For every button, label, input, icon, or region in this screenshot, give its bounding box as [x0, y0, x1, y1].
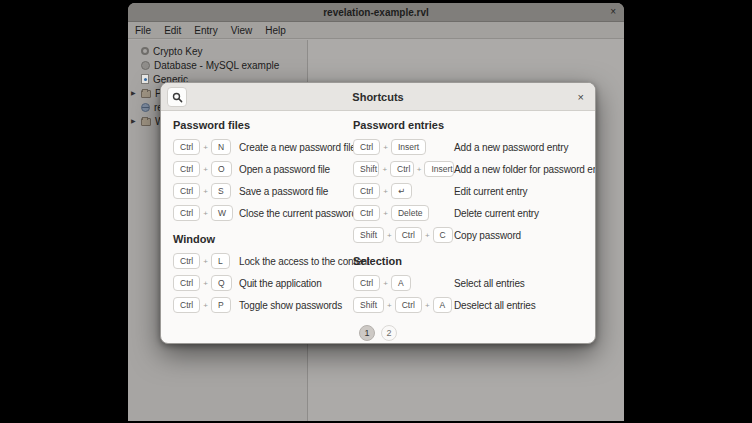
- keycap: L: [211, 253, 230, 270]
- plus-separator: +: [387, 231, 392, 240]
- key-combo: Shift+Ctrl+Insert: [353, 161, 454, 178]
- shortcut-row: Ctrl+↵Edit current entry: [353, 180, 596, 202]
- shortcut-row: Ctrl+NCreate a new password file: [173, 136, 353, 158]
- menu-entry[interactable]: Entry: [194, 25, 217, 36]
- section-title: Window: [173, 233, 353, 245]
- keycap: Ctrl: [353, 139, 380, 156]
- keycap: Insert: [424, 161, 454, 178]
- keycap: A: [433, 297, 453, 314]
- dialog-close-icon[interactable]: ×: [578, 91, 584, 102]
- magnifier-icon: [172, 92, 183, 103]
- menu-help[interactable]: Help: [265, 25, 286, 36]
- shortcut-row: Ctrl+InsertAdd a new password entry: [353, 136, 596, 158]
- key-combo: Ctrl+S: [173, 183, 239, 200]
- key-combo: Ctrl+P: [173, 297, 239, 314]
- section-title: Password entries: [353, 119, 596, 131]
- key-icon: [141, 47, 149, 55]
- plus-separator: +: [383, 187, 388, 196]
- keycap: Ctrl: [390, 161, 414, 178]
- tree-row[interactable]: Database - MySQL example: [128, 58, 307, 72]
- titlebar: revelation-example.rvl ×: [128, 3, 624, 22]
- shortcut-section: SelectionCtrl+ASelect all entriesShift+C…: [353, 255, 596, 316]
- tree-row[interactable]: Crypto Key: [128, 44, 307, 58]
- plus-separator: +: [203, 209, 208, 218]
- shortcut-description: Create a new password file: [239, 142, 356, 153]
- shortcuts-column: Password entriesCtrl+InsertAdd a new pas…: [353, 117, 596, 316]
- section-title: Password files: [173, 119, 353, 131]
- shortcut-description: Open a password file: [239, 164, 330, 175]
- keycap: N: [211, 139, 231, 156]
- window-close-icon[interactable]: ×: [610, 7, 616, 17]
- plus-separator: +: [425, 301, 430, 310]
- shortcut-row: Ctrl+WClose the current password file: [173, 202, 353, 224]
- plus-separator: +: [203, 165, 208, 174]
- shortcut-description: Quit the application: [239, 278, 322, 289]
- shortcuts-dialog: Shortcuts × Password filesCtrl+NCreate a…: [160, 82, 596, 344]
- globe-icon: [141, 103, 150, 112]
- keycap: Ctrl: [173, 161, 200, 178]
- menu-edit[interactable]: Edit: [164, 25, 181, 36]
- keycap: Insert: [391, 139, 426, 156]
- pager: 12: [161, 325, 595, 341]
- generic-icon: [141, 74, 149, 84]
- shortcut-row: Ctrl+LLock the access to the content: [173, 250, 353, 272]
- plus-separator: +: [417, 165, 422, 174]
- key-combo: Shift+Ctrl+C: [353, 227, 454, 244]
- menu-file[interactable]: File: [135, 25, 151, 36]
- key-combo: Ctrl+N: [173, 139, 239, 156]
- expander-icon[interactable]: ▶: [131, 89, 136, 96]
- menubar: FileEditEntryViewHelp: [128, 22, 624, 39]
- shortcuts-body: Password filesCtrl+NCreate a new passwor…: [161, 111, 595, 316]
- shortcut-row: Shift+Ctrl+InsertAdd a new folder for pa…: [353, 158, 596, 180]
- shortcuts-dialog-header: Shortcuts ×: [161, 83, 595, 111]
- keycap: Ctrl: [353, 183, 380, 200]
- tree-item-label: Database - MySQL example: [154, 60, 279, 71]
- shortcut-section: Password entriesCtrl+InsertAdd a new pas…: [353, 119, 596, 246]
- shortcut-description: Deselect all entries: [454, 300, 535, 311]
- shortcut-row: Ctrl+PToggle show passwords: [173, 294, 353, 316]
- key-combo: Ctrl+Insert: [353, 139, 454, 156]
- shortcut-description: Toggle show passwords: [239, 300, 342, 311]
- keycap: A: [391, 275, 411, 292]
- shortcut-row: Shift+Ctrl+ADeselect all entries: [353, 294, 596, 316]
- shortcut-row: Ctrl+QQuit the application: [173, 272, 353, 294]
- key-combo: Ctrl+L: [173, 253, 239, 270]
- plus-separator: +: [203, 257, 208, 266]
- shortcut-row: Ctrl+OOpen a password file: [173, 158, 353, 180]
- keycap: Ctrl: [173, 275, 200, 292]
- plus-separator: +: [203, 279, 208, 288]
- keycap: Shift: [353, 297, 384, 314]
- menu-view[interactable]: View: [231, 25, 253, 36]
- shortcut-row: Ctrl+ASelect all entries: [353, 272, 596, 294]
- key-combo: Shift+Ctrl+A: [353, 297, 454, 314]
- shortcuts-column: Password filesCtrl+NCreate a new passwor…: [173, 117, 353, 316]
- plus-separator: +: [387, 301, 392, 310]
- page-dot-1[interactable]: 1: [359, 325, 375, 341]
- shortcut-description: Add a new password entry: [454, 142, 568, 153]
- keycap: C: [433, 227, 453, 244]
- search-button[interactable]: [167, 87, 187, 107]
- page-dot-2[interactable]: 2: [381, 325, 397, 341]
- section-title: Selection: [353, 255, 596, 267]
- plus-separator: +: [203, 187, 208, 196]
- expander-icon[interactable]: ▶: [131, 117, 136, 124]
- plus-separator: +: [382, 165, 387, 174]
- keycap: O: [211, 161, 232, 178]
- keycap: Shift: [353, 227, 384, 244]
- shortcut-description: Add a new folder for password entries: [454, 164, 596, 175]
- shortcut-row: Shift+Ctrl+CCopy password: [353, 224, 596, 246]
- shortcut-description: Delete current entry: [454, 208, 539, 219]
- shortcut-description: Save a password file: [239, 186, 328, 197]
- keycap: Ctrl: [395, 297, 422, 314]
- keycap: Ctrl: [395, 227, 422, 244]
- keycap: Q: [211, 275, 232, 292]
- shortcut-description: Close the current password file: [239, 208, 372, 219]
- keycap: ↵: [391, 183, 412, 200]
- plus-separator: +: [383, 143, 388, 152]
- keycap: Shift: [353, 161, 379, 178]
- key-combo: Ctrl+O: [173, 161, 239, 178]
- shortcut-description: Lock the access to the content: [239, 256, 370, 267]
- plus-separator: +: [203, 301, 208, 310]
- keycap: Ctrl: [173, 183, 200, 200]
- key-combo: Ctrl+Delete: [353, 205, 454, 222]
